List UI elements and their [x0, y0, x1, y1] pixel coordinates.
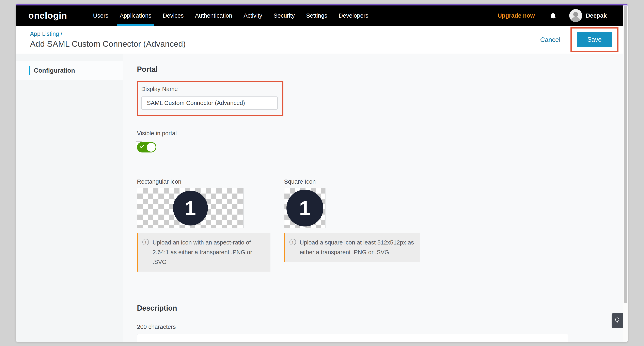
app-logo-rect: 1: [173, 191, 208, 225]
square-icon-note-text: Upload a square icon at least 512x512px …: [300, 238, 415, 257]
app-logo-square: 1: [286, 190, 323, 226]
square-icon-note: i Upload a square icon at least 512x512p…: [284, 233, 420, 262]
nav-item-security[interactable]: Security: [268, 5, 300, 26]
square-icon-label: Square Icon: [284, 178, 420, 185]
toggle-knob: [147, 143, 156, 152]
upgrade-now-link[interactable]: Upgrade now: [498, 12, 535, 19]
nav-menu: Users Applications Devices Authenticatio…: [87, 5, 374, 26]
char-count-label: 200 characters: [137, 324, 623, 330]
info-icon: i: [290, 239, 296, 245]
top-nav: onelogin Users Applications Devices Auth…: [16, 5, 623, 26]
nav-item-authentication[interactable]: Authentication: [190, 5, 238, 26]
sidebar: Configuration: [16, 54, 123, 342]
page-title: Add SAML Custom Connector (Advanced): [30, 39, 186, 49]
lightbulb-icon: [614, 317, 621, 325]
active-indicator-bar: [29, 66, 30, 75]
nav-item-users[interactable]: Users: [87, 5, 114, 26]
portal-heading: Portal: [137, 65, 623, 74]
sidebar-item-configuration[interactable]: Configuration: [16, 61, 123, 80]
onelogin-logo[interactable]: onelogin: [28, 10, 67, 21]
help-lightbulb-button[interactable]: [612, 313, 623, 328]
scrollbar-thumb[interactable]: [624, 6, 627, 303]
rectangular-icon-note-text: Upload an icon with an aspect-ratio of 2…: [152, 238, 265, 267]
nav-item-settings[interactable]: Settings: [300, 5, 333, 26]
nav-item-devices[interactable]: Devices: [157, 5, 189, 26]
rectangular-icon-note: i Upload an icon with an aspect-ratio of…: [137, 233, 270, 272]
square-icon-upload[interactable]: 1: [284, 188, 326, 228]
sidebar-item-label: Configuration: [34, 67, 75, 74]
main-content: Portal Display Name Visible in portal: [123, 54, 623, 342]
top-purple-strip: [16, 4, 628, 5]
breadcrumb[interactable]: App Listing /: [30, 30, 186, 37]
bell-icon[interactable]: [550, 11, 557, 20]
description-textarea[interactable]: [137, 334, 568, 342]
page-header: App Listing / Add SAML Custom Connector …: [16, 26, 623, 54]
nav-item-applications[interactable]: Applications: [114, 5, 157, 26]
info-icon: i: [142, 239, 149, 245]
visible-in-portal-label: Visible in portal: [137, 130, 623, 137]
avatar[interactable]: [569, 9, 582, 22]
checkmark-icon: [139, 144, 145, 149]
scrollbar-track[interactable]: [623, 5, 628, 342]
nav-item-activity[interactable]: Activity: [238, 5, 268, 26]
user-name[interactable]: Deepak: [586, 12, 607, 19]
rectangular-icon-label: Rectangular Icon: [137, 178, 270, 185]
nav-item-developers[interactable]: Developers: [333, 5, 374, 26]
save-button[interactable]: Save: [577, 32, 612, 47]
display-name-label: Display Name: [141, 86, 279, 92]
browser-page: onelogin Users Applications Devices Auth…: [16, 4, 628, 342]
description-heading: Description: [137, 304, 623, 313]
save-annotation-box: Save: [570, 27, 618, 52]
display-name-annotation-box: Display Name: [137, 81, 284, 116]
display-name-input[interactable]: [141, 96, 278, 110]
cancel-button[interactable]: Cancel: [540, 36, 560, 43]
visible-in-portal-toggle[interactable]: [137, 142, 156, 153]
rectangular-icon-upload[interactable]: 1: [137, 188, 244, 228]
